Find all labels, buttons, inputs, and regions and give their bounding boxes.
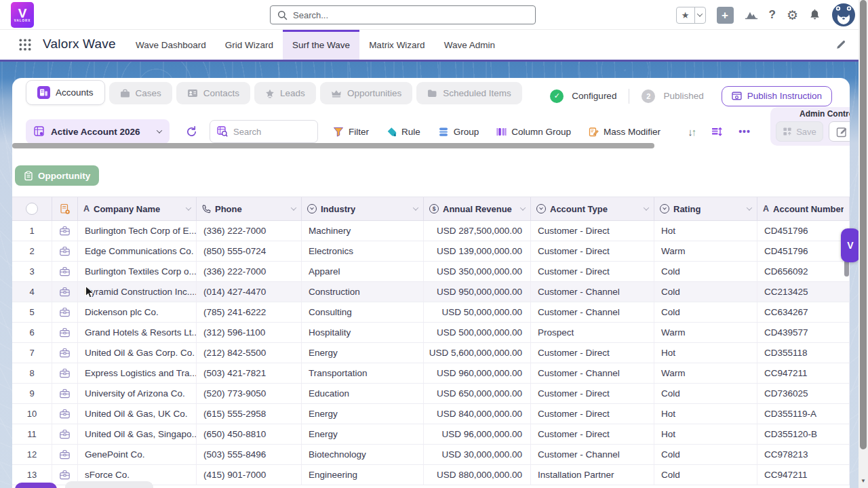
cell-phone[interactable]: (520) 773-9050 — [197, 384, 302, 403]
cell-company-name[interactable]: United Oil & Gas, UK Co. — [78, 404, 197, 424]
cell-phone[interactable]: (212) 842-5500 — [197, 343, 302, 363]
cell-annual-revenue[interactable]: USD 960,000,000.00 — [424, 363, 531, 383]
cell-phone[interactable]: (415) 901-7000 — [197, 465, 302, 485]
edit-mode-button[interactable] — [829, 121, 850, 142]
save-button[interactable]: Save — [776, 121, 823, 142]
group-button[interactable]: Group — [438, 127, 479, 137]
cell-rating[interactable]: Cold — [654, 465, 757, 485]
cell-industry[interactable]: Biotechnology — [302, 445, 424, 464]
cell-industry[interactable]: Energy — [302, 424, 424, 444]
cell-rating[interactable]: Warm — [654, 241, 757, 261]
cell-annual-revenue[interactable]: USD 500,000,000.00 — [424, 323, 531, 342]
cell-account-number[interactable]: CC947211 — [757, 363, 850, 383]
global-add-button[interactable]: + — [717, 7, 734, 24]
more-actions-icon[interactable]: ••• — [738, 126, 751, 137]
cell-rating[interactable]: Hot — [654, 404, 757, 424]
valorx-side-widget[interactable]: V — [841, 228, 860, 262]
table-row[interactable]: 1Burlington Tech Corp of E...(336) 222-7… — [12, 221, 850, 241]
column-group-button[interactable]: Column Group — [496, 127, 571, 137]
record-briefcase-icon[interactable] — [52, 404, 78, 424]
cell-account-number[interactable]: CC634267 — [757, 302, 850, 322]
cell-annual-revenue[interactable]: USD 880,000,000.00 — [424, 465, 531, 485]
tab-cases[interactable]: Cases — [109, 82, 172, 104]
cell-company-name[interactable]: United Oil & Gas, Singapo... — [78, 424, 197, 444]
cell-annual-revenue[interactable]: USD 5,600,000,000.00 — [424, 343, 531, 363]
table-row[interactable]: 11United Oil & Gas, Singapo...(650) 450-… — [12, 424, 850, 445]
cell-annual-revenue[interactable]: USD 30,000,000.00 — [424, 445, 531, 464]
table-row[interactable]: 2Edge Communications Co.(850) 555-0724El… — [12, 241, 850, 262]
cell-rating[interactable]: Cold — [654, 282, 757, 302]
cell-phone[interactable]: (850) 555-0724 — [197, 241, 302, 261]
cell-account-number[interactable]: CD355118 — [757, 343, 850, 363]
cell-rating[interactable]: Hot — [654, 424, 757, 444]
cell-company-name[interactable]: GenePoint Co. — [78, 445, 197, 464]
horizontal-scrollbar-thumb[interactable] — [12, 143, 654, 148]
cell-account-type[interactable]: Customer - Direct — [531, 424, 654, 444]
scrollbar-down-arrow-icon[interactable]: ▼ — [859, 478, 868, 484]
cell-annual-revenue[interactable]: USD 96,000,000.00 — [424, 424, 531, 444]
column-header-account-number[interactable]: AAccount Number — [757, 197, 850, 220]
column-header-account-type[interactable]: Account Type — [531, 197, 654, 220]
cell-account-number[interactable]: CD656092 — [757, 262, 850, 281]
record-briefcase-icon[interactable] — [52, 302, 78, 322]
table-row[interactable]: 3Burlington Textiles Corp o...(336) 222-… — [12, 262, 850, 282]
nav-tab-wave-dashboard[interactable]: Wave Dashboard — [126, 30, 216, 60]
column-header-phone[interactable]: Phone — [197, 197, 302, 220]
cell-account-type[interactable]: Installation Partner — [531, 465, 654, 485]
cell-account-number[interactable]: CD451796 — [757, 241, 850, 261]
view-selector[interactable]: Active Account 2026 — [26, 119, 170, 144]
table-row[interactable]: 9University of Arizona Co.(520) 773-9050… — [12, 384, 850, 404]
help-icon[interactable]: ? — [769, 8, 776, 22]
add-record-column-header[interactable] — [52, 197, 78, 220]
cell-industry[interactable]: Electronics — [302, 241, 424, 261]
cell-phone[interactable]: (014) 427-4470 — [197, 282, 302, 302]
cell-annual-revenue[interactable]: USD 950,000,000.00 — [424, 282, 531, 302]
cell-account-type[interactable]: Customer - Direct — [531, 404, 654, 424]
column-menu-chevron-icon[interactable] — [520, 205, 526, 210]
record-briefcase-icon[interactable] — [52, 221, 78, 241]
cell-account-number[interactable]: CD451796 — [757, 221, 850, 241]
page-scrollbar-thumb[interactable] — [860, 0, 867, 449]
cell-account-type[interactable]: Customer - Channel — [531, 302, 654, 322]
filter-button[interactable]: Filter — [333, 127, 369, 137]
nav-tab-wave-admin[interactable]: Wave Admin — [435, 30, 505, 60]
page-scrollbar[interactable]: ▼ — [859, 0, 868, 488]
publish-instruction-button[interactable]: Publish Instruction — [722, 86, 832, 106]
cell-phone[interactable]: (650) 450-8810 — [197, 424, 302, 444]
record-briefcase-icon[interactable] — [52, 445, 78, 464]
tab-scheduled-items[interactable]: Scheduled Items — [416, 82, 522, 104]
cell-industry[interactable]: Education — [302, 384, 424, 403]
cell-phone[interactable]: (615) 555-2958 — [197, 404, 302, 424]
tab-accounts[interactable]: Accounts — [26, 80, 105, 105]
record-briefcase-icon[interactable] — [52, 424, 78, 444]
nav-tab-matrix-wizard[interactable]: Matrix Wizard — [359, 30, 435, 60]
user-avatar[interactable] — [831, 3, 856, 27]
cell-phone[interactable]: (503) 555-8496 — [197, 445, 302, 464]
cell-company-name[interactable]: Edge Communications Co. — [78, 241, 197, 261]
column-menu-chevron-icon[interactable] — [644, 205, 649, 210]
rule-button[interactable]: Rule — [387, 127, 420, 137]
row-height-icon[interactable] — [711, 127, 722, 137]
cell-account-type[interactable]: Customer - Channel — [531, 445, 654, 464]
cell-annual-revenue[interactable]: USD 50,000,000.00 — [424, 302, 531, 322]
bottom-purple-pill[interactable] — [15, 483, 57, 488]
cell-account-number[interactable]: CD736025 — [757, 384, 850, 403]
cell-industry[interactable]: Transportation — [302, 363, 424, 383]
cell-industry[interactable]: Energy — [302, 404, 424, 424]
cell-rating[interactable]: Warm — [654, 363, 757, 383]
edit-nav-pencil-icon[interactable] — [835, 39, 846, 53]
cell-account-type[interactable]: Customer - Direct — [531, 343, 654, 363]
cell-rating[interactable]: Warm — [654, 323, 757, 342]
column-header-annual-revenue[interactable]: $Annual Revenue — [424, 197, 531, 220]
column-header-rating[interactable]: Rating — [654, 197, 757, 220]
setup-gear-icon[interactable]: ⚙ — [787, 7, 798, 23]
valorx-logo[interactable]: V VALORX — [11, 2, 34, 28]
column-header-industry[interactable]: Industry — [302, 197, 424, 220]
column-menu-chevron-icon[interactable] — [413, 205, 418, 210]
cell-company-name[interactable]: Dickenson plc Co. — [78, 302, 197, 322]
grid-search-box[interactable] — [210, 120, 318, 143]
cell-company-name[interactable]: Grand Hotels & Resorts Lt... — [78, 323, 197, 342]
cell-rating[interactable]: Cold — [654, 262, 757, 281]
cell-account-type[interactable]: Customer - Direct — [531, 262, 654, 281]
cell-company-name[interactable]: Pyramid Construction Inc.... — [78, 282, 197, 302]
